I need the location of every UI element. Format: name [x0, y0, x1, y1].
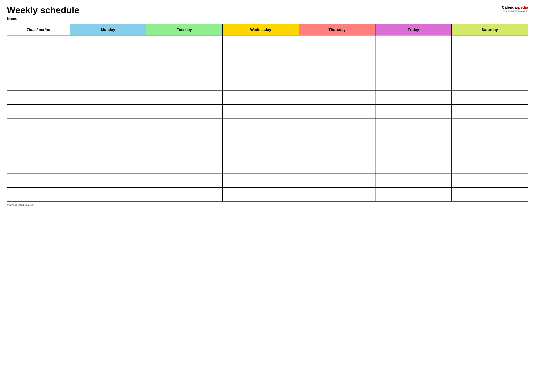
table-row [7, 118, 528, 132]
table-cell[interactable] [222, 63, 299, 77]
col-header-friday: Friday [375, 24, 452, 35]
col-header-thursday: Thursday [299, 24, 375, 35]
table-cell[interactable] [452, 63, 528, 77]
table-cell[interactable] [299, 174, 375, 187]
table-cell[interactable] [146, 187, 222, 201]
table-cell[interactable] [146, 77, 222, 91]
table-cell[interactable] [222, 187, 299, 201]
table-cell[interactable] [299, 63, 375, 77]
table-row [7, 63, 528, 77]
table-cell[interactable] [70, 160, 146, 174]
footer-url: © www.calendarpedia.com [7, 204, 33, 206]
table-cell[interactable] [70, 63, 146, 77]
table-cell[interactable] [222, 174, 299, 187]
table-cell[interactable] [70, 77, 146, 91]
table-cell[interactable] [146, 35, 222, 49]
table-cell[interactable] [375, 49, 452, 63]
table-cell[interactable] [222, 49, 299, 63]
table-cell[interactable] [70, 187, 146, 201]
table-cell[interactable] [146, 132, 222, 146]
table-cell[interactable] [70, 132, 146, 146]
table-cell[interactable] [452, 146, 528, 160]
table-cell[interactable] [70, 91, 146, 104]
table-cell[interactable] [222, 104, 299, 118]
table-cell[interactable] [70, 174, 146, 187]
table-cell[interactable] [7, 118, 70, 132]
table-cell[interactable] [375, 174, 452, 187]
table-cell[interactable] [375, 63, 452, 77]
table-cell[interactable] [452, 187, 528, 201]
table-cell[interactable] [299, 104, 375, 118]
table-cell[interactable] [299, 91, 375, 104]
table-cell[interactable] [146, 160, 222, 174]
table-cell[interactable] [70, 49, 146, 63]
table-cell[interactable] [375, 91, 452, 104]
table-cell[interactable] [452, 118, 528, 132]
table-cell[interactable] [299, 132, 375, 146]
table-cell[interactable] [452, 49, 528, 63]
table-cell[interactable] [452, 132, 528, 146]
table-cell[interactable] [375, 160, 452, 174]
logo-text: Calendarpedia [502, 5, 528, 10]
table-cell[interactable] [299, 118, 375, 132]
table-row [7, 132, 528, 146]
table-cell[interactable] [70, 146, 146, 160]
table-row [7, 174, 528, 187]
table-cell[interactable] [452, 174, 528, 187]
table-cell[interactable] [222, 132, 299, 146]
table-cell[interactable] [375, 104, 452, 118]
title-section: Weekly schedule Name: [7, 5, 79, 21]
table-row [7, 91, 528, 104]
table-cell[interactable] [70, 35, 146, 49]
table-cell[interactable] [146, 91, 222, 104]
table-cell[interactable] [222, 146, 299, 160]
table-cell[interactable] [375, 146, 452, 160]
table-cell[interactable] [146, 104, 222, 118]
table-cell[interactable] [452, 160, 528, 174]
table-cell[interactable] [146, 146, 222, 160]
table-cell[interactable] [222, 91, 299, 104]
table-header: Time / period Monday Tuesday Wednesday T… [7, 24, 528, 35]
table-cell[interactable] [452, 91, 528, 104]
table-cell[interactable] [375, 77, 452, 91]
table-cell[interactable] [7, 174, 70, 187]
table-cell[interactable] [299, 35, 375, 49]
table-cell[interactable] [7, 91, 70, 104]
table-cell[interactable] [452, 77, 528, 91]
table-cell[interactable] [7, 49, 70, 63]
table-cell[interactable] [452, 35, 528, 49]
col-header-wednesday: Wednesday [222, 24, 299, 35]
table-cell[interactable] [299, 146, 375, 160]
table-cell[interactable] [146, 49, 222, 63]
table-cell[interactable] [222, 35, 299, 49]
table-cell[interactable] [7, 63, 70, 77]
table-cell[interactable] [375, 132, 452, 146]
table-row [7, 77, 528, 91]
table-cell[interactable] [375, 35, 452, 49]
table-cell[interactable] [222, 77, 299, 91]
table-cell[interactable] [375, 118, 452, 132]
table-cell[interactable] [7, 104, 70, 118]
table-cell[interactable] [7, 187, 70, 201]
table-cell[interactable] [70, 118, 146, 132]
table-cell[interactable] [299, 49, 375, 63]
logo-red-text: pedia [518, 5, 528, 9]
footer: © www.calendarpedia.com [7, 204, 528, 206]
table-cell[interactable] [7, 77, 70, 91]
table-cell[interactable] [146, 63, 222, 77]
table-cell[interactable] [7, 146, 70, 160]
table-cell[interactable] [7, 160, 70, 174]
table-cell[interactable] [299, 160, 375, 174]
table-cell[interactable] [299, 77, 375, 91]
table-cell[interactable] [299, 187, 375, 201]
table-cell[interactable] [222, 118, 299, 132]
table-cell[interactable] [146, 118, 222, 132]
header-row: Time / period Monday Tuesday Wednesday T… [7, 24, 528, 35]
table-cell[interactable] [452, 104, 528, 118]
table-cell[interactable] [7, 35, 70, 49]
table-cell[interactable] [375, 187, 452, 201]
table-cell[interactable] [146, 174, 222, 187]
table-cell[interactable] [70, 104, 146, 118]
table-cell[interactable] [222, 160, 299, 174]
table-cell[interactable] [7, 132, 70, 146]
